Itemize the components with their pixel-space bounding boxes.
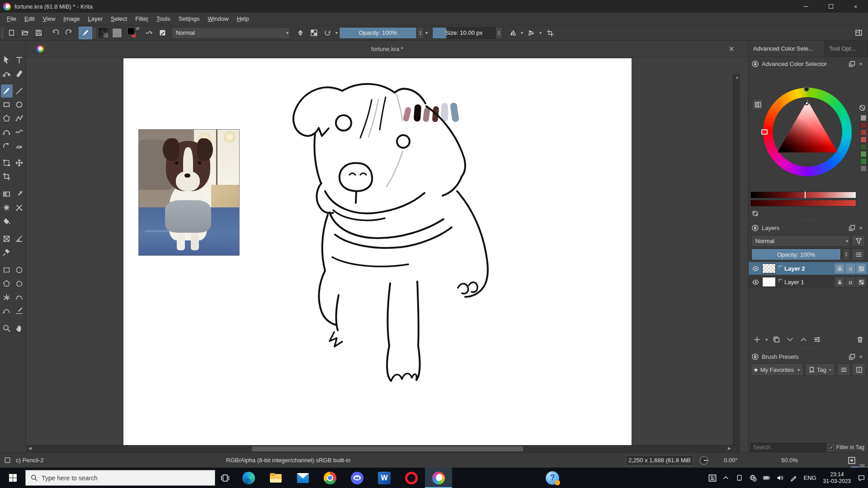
open-button[interactable] [18,27,32,39]
mirror-horizontal-button[interactable] [506,27,519,39]
save-button[interactable] [32,27,45,39]
battery-button[interactable] [760,468,774,488]
layer-options-button[interactable] [852,249,865,260]
tool-rectangle[interactable] [1,98,13,111]
add-layer-button[interactable] [750,333,763,345]
delete-layer-button[interactable] [854,333,866,345]
news-widget-button[interactable] [706,468,719,488]
menu-image[interactable]: Image [59,14,84,24]
layer-alpha-icon[interactable]: α [845,277,855,287]
mirror-vertical-button[interactable] [524,27,538,39]
layer-blending-mode-dropdown[interactable]: Normal ▾ [751,235,850,247]
chevron-down-icon[interactable]: ▾ [334,30,339,35]
tool-text[interactable] [14,53,25,66]
fit-page-icon[interactable] [847,456,856,465]
menu-filter[interactable]: Filter [131,14,152,24]
scroll-right-icon[interactable]: ▶ [728,446,731,450]
tool-fill[interactable] [1,215,13,228]
menu-window[interactable]: Window [203,14,232,24]
tool-dynamic-brush[interactable] [1,139,13,152]
tool-edit-shapes[interactable] [1,67,13,80]
lock-docker-icon[interactable] [751,353,759,361]
scroll-up-icon[interactable]: ▲ [735,75,739,80]
close-document-icon[interactable]: × [725,42,738,55]
taskbar-app-edge[interactable] [235,468,262,488]
horizontal-scrollbar[interactable]: ◀ ▶ [27,445,740,452]
lock-docker-icon[interactable] [751,60,759,68]
swap-colors-icon[interactable]: ⇄ [136,26,139,31]
tool-ellipse[interactable] [14,98,25,111]
preset-details-button[interactable] [852,363,866,376]
ring-handle[interactable] [804,86,809,92]
menu-layer[interactable]: Layer [84,14,107,24]
show-hidden-icons-button[interactable] [719,468,733,488]
menu-edit[interactable]: Edit [20,14,38,24]
tool-freehand-path[interactable] [14,125,25,138]
taskbar-app-discord[interactable] [344,468,371,488]
workspace-chooser-button[interactable] [852,27,865,39]
scroll-left-icon[interactable]: ◀ [28,446,32,450]
move-layer-down-button[interactable] [783,333,796,345]
pattern-chooser[interactable] [110,27,124,39]
layer-thumbnail[interactable] [762,263,776,273]
menu-settings[interactable]: Settings [174,14,203,24]
move-layer-up-button[interactable] [797,333,810,345]
layer-row[interactable]: Layer 1α [749,276,868,288]
docker-splitter[interactable]: ······ [749,347,868,350]
layer-alpha-icon[interactable]: α [845,263,855,273]
tool-crop[interactable] [1,170,13,183]
filter-in-tag-checkbox[interactable]: ✓ [828,445,834,450]
brush-size-slider[interactable]: Size: 10.00 px [432,27,495,39]
menu-tools[interactable]: Tools [152,14,174,24]
help-app-button[interactable]: ? [542,468,562,488]
tool-polyline[interactable] [14,112,25,125]
float-docker-icon[interactable] [847,60,856,68]
layer-opacity-spinner[interactable]: ▲▼ [843,249,850,260]
toolbar-grip[interactable] [1,28,4,38]
tool-transform[interactable] [1,156,13,169]
canvas-viewport[interactable]: ▲ ▼ [27,57,740,445]
tool-similar-color-select[interactable] [1,291,13,304]
tool-shape-select[interactable] [1,53,13,66]
tool-contiguous-select[interactable] [14,304,25,317]
taskbar-search-input[interactable] [42,474,210,482]
eraser-mode-button[interactable] [293,27,307,39]
vertical-scrollbar[interactable]: ▲ ▼ [733,74,740,445]
minimize-button[interactable] [793,0,818,13]
new-document-button[interactable] [5,27,18,39]
tool-assistants[interactable] [1,232,13,245]
lock-docker-icon[interactable] [751,224,759,232]
close-docker-icon[interactable]: × [856,225,865,231]
language-button[interactable]: ENG [801,468,820,488]
layer-name[interactable]: Layer 2 [784,265,835,272]
common-color-swatch[interactable] [860,144,867,150]
common-color-swatch[interactable] [860,115,867,121]
pen-settings-button[interactable] [787,468,801,488]
tool-smart-patch[interactable] [1,201,13,214]
undo-button[interactable] [48,27,62,39]
reload-preset-button[interactable] [321,27,334,39]
tool-polygon[interactable] [1,112,13,125]
taskbar-search[interactable] [25,470,215,486]
tag-button[interactable]: Tag ▾ [805,363,835,376]
maximize-button[interactable] [818,0,843,13]
size-spinner[interactable]: ▲▼ [495,27,503,39]
layer-properties-button[interactable] [811,333,823,345]
taskbar-app-krita[interactable] [425,468,452,488]
canvas-rotation-dial-icon[interactable] [699,455,709,465]
layer-lock-icon[interactable] [835,263,844,273]
hue-marker[interactable] [761,129,768,135]
tool-color-sampler[interactable] [14,188,25,201]
menu-view[interactable]: View [38,14,59,24]
brush-tag-filter-dropdown[interactable]: ★ My Favorites ▾ [751,363,803,376]
tool-move[interactable] [14,156,25,169]
tool-bezier-curve[interactable] [1,125,13,138]
common-color-swatch[interactable] [860,151,867,157]
tool-multibrush[interactable] [14,139,25,152]
layer-thumbnail[interactable] [762,277,776,287]
taskbar-app-opera[interactable] [398,468,425,488]
common-color-swatch[interactable] [860,129,867,136]
brush-preset-chooser-button[interactable] [156,27,169,39]
layer-opacity-slider[interactable]: Opacity: 100% [751,249,841,260]
brush-search-input[interactable] [750,443,826,452]
